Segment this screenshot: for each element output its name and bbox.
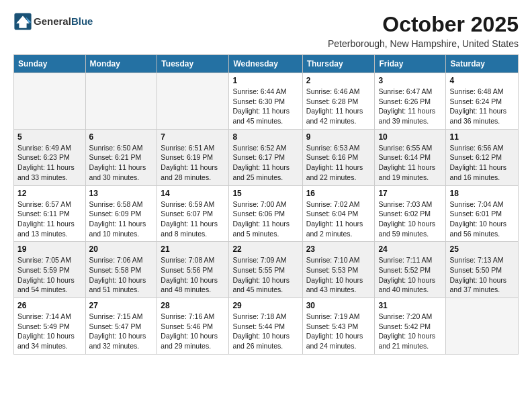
day-info: Sunrise: 7:04 AM Sunset: 6:01 PM Dayligh…: [449, 199, 515, 239]
col-saturday: Saturday: [446, 55, 519, 73]
table-row: 1Sunrise: 6:44 AM Sunset: 6:30 PM Daylig…: [229, 73, 302, 130]
day-info: Sunrise: 6:57 AM Sunset: 6:11 PM Dayligh…: [17, 199, 82, 239]
day-number: 21: [161, 244, 225, 254]
day-number: 27: [89, 301, 154, 310]
title-block: October 2025 Peterborough, New Hampshire…: [328, 12, 519, 49]
table-row: 8Sunrise: 6:52 AM Sunset: 6:17 PM Daylig…: [229, 129, 302, 185]
table-row: [85, 73, 157, 130]
table-row: 17Sunrise: 7:03 AM Sunset: 6:02 PM Dayli…: [375, 185, 446, 242]
calendar-week-row: 26Sunrise: 7:14 AM Sunset: 5:49 PM Dayli…: [14, 298, 519, 355]
day-info: Sunrise: 6:50 AM Sunset: 6:21 PM Dayligh…: [89, 143, 154, 183]
table-row: 15Sunrise: 7:00 AM Sunset: 6:06 PM Dayli…: [229, 185, 302, 242]
logo-blue: Blue: [71, 15, 93, 27]
table-row: 14Sunrise: 6:59 AM Sunset: 6:07 PM Dayli…: [157, 185, 229, 242]
table-row: 21Sunrise: 7:08 AM Sunset: 5:56 PM Dayli…: [157, 242, 229, 298]
page: GeneralBlue October 2025 Peterborough, N…: [0, 0, 532, 367]
day-info: Sunrise: 7:20 AM Sunset: 5:42 PM Dayligh…: [378, 312, 442, 351]
day-info: Sunrise: 6:48 AM Sunset: 6:24 PM Dayligh…: [449, 87, 515, 126]
table-row: 23Sunrise: 7:10 AM Sunset: 5:53 PM Dayli…: [302, 242, 375, 298]
calendar-table: Sunday Monday Tuesday Wednesday Thursday…: [13, 54, 519, 355]
table-row: 20Sunrise: 7:06 AM Sunset: 5:58 PM Dayli…: [85, 242, 157, 298]
calendar-header-row: Sunday Monday Tuesday Wednesday Thursday…: [14, 55, 519, 73]
day-info: Sunrise: 6:55 AM Sunset: 6:14 PM Dayligh…: [378, 143, 442, 183]
day-number: 3: [378, 76, 442, 85]
day-number: 31: [378, 301, 442, 310]
table-row: 6Sunrise: 6:50 AM Sunset: 6:21 PM Daylig…: [85, 129, 157, 185]
day-info: Sunrise: 7:19 AM Sunset: 5:43 PM Dayligh…: [306, 312, 371, 351]
table-row: 31Sunrise: 7:20 AM Sunset: 5:42 PM Dayli…: [375, 298, 446, 355]
day-info: Sunrise: 6:46 AM Sunset: 6:28 PM Dayligh…: [306, 87, 371, 126]
day-info: Sunrise: 7:08 AM Sunset: 5:56 PM Dayligh…: [161, 255, 225, 295]
day-number: 2: [306, 76, 371, 85]
table-row: 5Sunrise: 6:49 AM Sunset: 6:23 PM Daylig…: [14, 129, 86, 185]
day-number: 16: [306, 189, 371, 198]
calendar-week-row: 12Sunrise: 6:57 AM Sunset: 6:11 PM Dayli…: [14, 185, 519, 242]
table-row: 3Sunrise: 6:47 AM Sunset: 6:26 PM Daylig…: [375, 73, 446, 130]
day-info: Sunrise: 6:47 AM Sunset: 6:26 PM Dayligh…: [378, 87, 442, 126]
day-info: Sunrise: 6:49 AM Sunset: 6:23 PM Dayligh…: [17, 143, 82, 183]
day-number: 9: [306, 132, 371, 142]
location-subtitle: Peterborough, New Hampshire, United Stat…: [328, 38, 519, 49]
table-row: [157, 73, 229, 130]
logo-icon: [13, 12, 32, 31]
table-row: 22Sunrise: 7:09 AM Sunset: 5:55 PM Dayli…: [229, 242, 302, 298]
day-number: 15: [232, 189, 298, 198]
table-row: 9Sunrise: 6:53 AM Sunset: 6:16 PM Daylig…: [302, 129, 375, 185]
day-number: 6: [89, 132, 154, 142]
table-row: 27Sunrise: 7:15 AM Sunset: 5:47 PM Dayli…: [85, 298, 157, 355]
calendar-week-row: 19Sunrise: 7:05 AM Sunset: 5:59 PM Dayli…: [14, 242, 519, 298]
day-number: 5: [17, 132, 82, 142]
day-number: 23: [306, 244, 371, 254]
day-info: Sunrise: 6:56 AM Sunset: 6:12 PM Dayligh…: [449, 143, 515, 183]
day-number: 24: [378, 244, 442, 254]
day-info: Sunrise: 6:52 AM Sunset: 6:17 PM Dayligh…: [232, 143, 298, 183]
day-info: Sunrise: 7:00 AM Sunset: 6:06 PM Dayligh…: [232, 199, 298, 239]
col-wednesday: Wednesday: [229, 55, 302, 73]
day-number: 13: [89, 189, 154, 198]
table-row: 28Sunrise: 7:16 AM Sunset: 5:46 PM Dayli…: [157, 298, 229, 355]
day-number: 29: [232, 301, 298, 310]
table-row: 2Sunrise: 6:46 AM Sunset: 6:28 PM Daylig…: [302, 73, 375, 130]
table-row: 18Sunrise: 7:04 AM Sunset: 6:01 PM Dayli…: [446, 185, 519, 242]
day-number: 8: [232, 132, 298, 142]
table-row: 26Sunrise: 7:14 AM Sunset: 5:49 PM Dayli…: [14, 298, 86, 355]
day-number: 17: [378, 189, 442, 198]
day-number: 30: [306, 301, 371, 310]
day-info: Sunrise: 6:53 AM Sunset: 6:16 PM Dayligh…: [306, 143, 371, 183]
day-info: Sunrise: 6:44 AM Sunset: 6:30 PM Dayligh…: [232, 87, 298, 126]
day-number: 25: [449, 244, 515, 254]
col-tuesday: Tuesday: [157, 55, 229, 73]
day-number: 12: [17, 189, 82, 198]
table-row: 12Sunrise: 6:57 AM Sunset: 6:11 PM Dayli…: [14, 185, 86, 242]
table-row: 24Sunrise: 7:11 AM Sunset: 5:52 PM Dayli…: [375, 242, 446, 298]
table-row: 4Sunrise: 6:48 AM Sunset: 6:24 PM Daylig…: [446, 73, 519, 130]
day-number: 4: [449, 76, 515, 85]
day-number: 1: [232, 76, 298, 85]
day-number: 11: [449, 132, 515, 142]
table-row: 10Sunrise: 6:55 AM Sunset: 6:14 PM Dayli…: [375, 129, 446, 185]
day-number: 22: [232, 244, 298, 254]
table-row: [14, 73, 86, 130]
table-row: 16Sunrise: 7:02 AM Sunset: 6:04 PM Dayli…: [302, 185, 375, 242]
table-row: 19Sunrise: 7:05 AM Sunset: 5:59 PM Dayli…: [14, 242, 86, 298]
day-number: 19: [17, 244, 82, 254]
table-row: 13Sunrise: 6:58 AM Sunset: 6:09 PM Dayli…: [85, 185, 157, 242]
day-info: Sunrise: 7:05 AM Sunset: 5:59 PM Dayligh…: [17, 255, 82, 295]
day-info: Sunrise: 7:13 AM Sunset: 5:50 PM Dayligh…: [449, 255, 515, 295]
day-info: Sunrise: 6:58 AM Sunset: 6:09 PM Dayligh…: [89, 199, 154, 239]
calendar-week-row: 1Sunrise: 6:44 AM Sunset: 6:30 PM Daylig…: [14, 73, 519, 130]
day-info: Sunrise: 7:06 AM Sunset: 5:58 PM Dayligh…: [89, 255, 154, 295]
calendar-week-row: 5Sunrise: 6:49 AM Sunset: 6:23 PM Daylig…: [14, 129, 519, 185]
table-row: [446, 298, 519, 355]
day-info: Sunrise: 7:10 AM Sunset: 5:53 PM Dayligh…: [306, 255, 371, 295]
day-info: Sunrise: 7:18 AM Sunset: 5:44 PM Dayligh…: [232, 312, 298, 351]
day-info: Sunrise: 7:14 AM Sunset: 5:49 PM Dayligh…: [17, 312, 82, 351]
logo: GeneralBlue: [13, 12, 93, 31]
day-number: 28: [161, 301, 225, 310]
header: GeneralBlue October 2025 Peterborough, N…: [13, 12, 519, 49]
table-row: 11Sunrise: 6:56 AM Sunset: 6:12 PM Dayli…: [446, 129, 519, 185]
month-title: October 2025: [328, 12, 519, 37]
table-row: 30Sunrise: 7:19 AM Sunset: 5:43 PM Dayli…: [302, 298, 375, 355]
day-info: Sunrise: 7:16 AM Sunset: 5:46 PM Dayligh…: [161, 312, 225, 351]
table-row: 7Sunrise: 6:51 AM Sunset: 6:19 PM Daylig…: [157, 129, 229, 185]
